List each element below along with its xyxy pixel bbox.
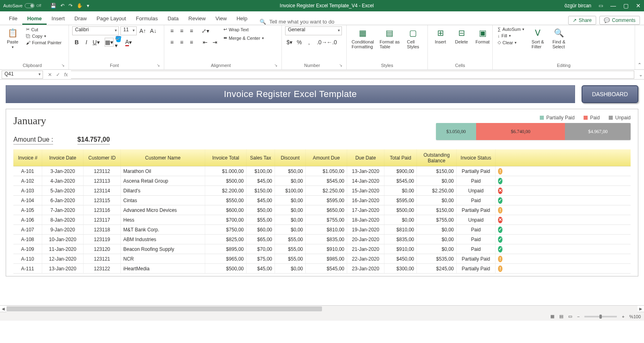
tab-draw[interactable]: Draw <box>70 13 92 25</box>
enter-formula-icon[interactable]: ✓ <box>56 72 60 78</box>
formula-input[interactable] <box>71 71 634 79</box>
increase-decimal-icon[interactable]: .0→ <box>318 38 326 47</box>
header-customer-id[interactable]: Customer ID <box>83 149 120 166</box>
ribbon-display-icon[interactable]: ▭ <box>599 3 603 9</box>
tab-formulas[interactable]: Formulas <box>131 13 163 25</box>
undo-icon[interactable]: ↶ <box>60 3 64 9</box>
align-bottom-icon[interactable]: ≡ <box>187 26 196 35</box>
tab-file[interactable]: File <box>4 13 22 25</box>
align-center-icon[interactable]: ≡ <box>177 38 186 47</box>
header-sales-tax[interactable]: Sales Tax <box>246 149 275 166</box>
worksheet-area[interactable]: Invoice Register Excel Template DASHBOAR… <box>0 80 644 305</box>
header-outstanding-balance[interactable]: Outstanding Balance <box>416 149 456 166</box>
scroll-right-icon[interactable]: ► <box>638 306 644 312</box>
tab-data[interactable]: Data <box>163 13 183 25</box>
find-select-button[interactable]: 🔍Find & Select <box>550 26 568 50</box>
table-row[interactable]: A-11113-Jan-2020123122iHeartMedia$500,00… <box>13 264 631 274</box>
bold-icon[interactable]: B <box>72 38 81 47</box>
header-amount-due[interactable]: Amount Due <box>305 149 347 166</box>
table-row[interactable]: A-1057-Jan-2020123116Advanced Micro Devi… <box>13 205 631 215</box>
number-format-select[interactable]: General <box>285 26 342 35</box>
tab-insert[interactable]: Insert <box>47 13 70 25</box>
scroll-thumb[interactable] <box>6 306 322 311</box>
dashboard-button[interactable]: DASHBOARD <box>582 85 638 103</box>
percent-icon[interactable]: % <box>295 38 304 47</box>
header-invoice-[interactable]: Invoice # <box>13 149 42 166</box>
page-layout-view-icon[interactable]: ▤ <box>557 314 566 319</box>
normal-view-icon[interactable]: ▦ <box>548 314 557 319</box>
merge-center-button[interactable]: ⬌Merge & Center▾ <box>222 35 266 41</box>
redo-icon[interactable]: ↷ <box>69 3 73 9</box>
fx-icon[interactable]: fx <box>64 72 68 78</box>
table-row[interactable]: A-1013-Jan-2020123112Marathon Oil$1.000,… <box>13 166 631 176</box>
table-row[interactable]: A-1068-Jan-2020123117Hess$700,00$55,00$0… <box>13 215 631 225</box>
table-row[interactable]: A-1035-Jan-2020123114Dillard's$2.200,00$… <box>13 186 631 196</box>
borders-icon[interactable]: ▦▾ <box>105 38 114 47</box>
touch-mode-icon[interactable]: ✋ <box>77 3 83 9</box>
header-due-date[interactable]: Due Date <box>347 149 384 166</box>
zoom-slider[interactable] <box>584 316 617 317</box>
font-size-select[interactable]: 11 <box>120 26 137 35</box>
tab-page-layout[interactable]: Page Layout <box>92 13 131 25</box>
header-invoice-status[interactable]: Invoice Status <box>456 149 495 166</box>
autosum-button[interactable]: ∑AutoSum▾ <box>496 26 526 32</box>
horizontal-scrollbar[interactable]: ◄ ► <box>0 305 644 312</box>
zoom-level[interactable]: %100 <box>629 314 641 319</box>
fill-button[interactable]: ↓Fill▾ <box>496 33 526 39</box>
format-cells-button[interactable]: ▣Format <box>473 26 492 45</box>
user-name[interactable]: özgür bircan <box>565 3 591 9</box>
header-invoice-date[interactable]: Invoice Date <box>42 149 83 166</box>
align-top-icon[interactable]: ≡ <box>167 26 176 35</box>
close-icon[interactable]: ✕ <box>636 2 641 9</box>
header-total-paid[interactable]: Total Paid <box>384 149 416 166</box>
header-invoice-total[interactable]: Invoice Total <box>205 149 246 166</box>
sort-filter-button[interactable]: ᐯSort & Filter <box>528 26 547 50</box>
cancel-formula-icon[interactable]: ✕ <box>48 72 52 78</box>
table-row[interactable]: A-1024-Jan-2020123113Ascena Retail Group… <box>13 176 631 186</box>
tell-me[interactable]: 🔍 Tell me what you want to do <box>260 19 334 25</box>
table-row[interactable]: A-1079-Jan-2020123118M&T Bank Corp.$750,… <box>13 225 631 235</box>
comments-button[interactable]: 💬 Comments <box>599 16 640 25</box>
font-color-icon[interactable]: A▾ <box>124 38 133 47</box>
alignment-launcher-icon[interactable]: ↘ <box>274 63 277 67</box>
format-painter-button[interactable]: 🖌Format Painter <box>24 40 63 45</box>
align-middle-icon[interactable]: ≡ <box>177 26 186 35</box>
wrap-text-button[interactable]: ↩Wrap Text <box>222 26 266 32</box>
qat-customize-icon[interactable]: ▾ <box>87 3 89 9</box>
increase-indent-icon[interactable]: ⇥ <box>210 38 219 47</box>
collapse-ribbon-icon[interactable]: ⌃ <box>635 25 644 69</box>
delete-cells-button[interactable]: ⊟Delete <box>452 26 471 45</box>
table-row[interactable]: A-1046-Jan-2020123115Cintas$550,00$45,00… <box>13 196 631 205</box>
header-discount[interactable]: Discount <box>275 149 305 166</box>
clear-button[interactable]: ◇Clear▾ <box>496 39 526 45</box>
minimize-icon[interactable]: — <box>610 2 616 9</box>
expand-formula-bar-icon[interactable]: ⌄ <box>638 72 644 78</box>
maximize-icon[interactable]: ▢ <box>623 2 629 9</box>
save-icon[interactable]: 💾 <box>50 3 56 9</box>
tab-review[interactable]: Review <box>184 13 211 25</box>
conditional-formatting-button[interactable]: ▦Conditional Formatting <box>350 26 376 50</box>
accounting-icon[interactable]: $▾ <box>285 38 294 47</box>
tab-help[interactable]: Help <box>232 13 252 25</box>
decrease-decimal-icon[interactable]: ←.0 <box>327 38 336 47</box>
insert-cells-button[interactable]: ⊞Insert <box>431 26 450 45</box>
table-row[interactable]: A-10911-Jan-2020123120Beacon Roofing Sup… <box>13 244 631 254</box>
page-break-view-icon[interactable]: ▭ <box>566 314 575 319</box>
header-customer-name[interactable]: Customer Name <box>120 149 205 166</box>
paste-button[interactable]: 📋 Paste ▾ <box>3 26 22 50</box>
align-left-icon[interactable]: ≡ <box>167 38 176 47</box>
fill-color-icon[interactable]: 🪣▾ <box>114 38 123 47</box>
copy-button[interactable]: ⿻Copy▾ <box>24 33 63 39</box>
number-launcher-icon[interactable]: ↘ <box>339 63 342 67</box>
underline-icon[interactable]: U▾ <box>92 38 101 47</box>
share-button[interactable]: ↗ Share <box>568 16 596 25</box>
comma-icon[interactable]: , <box>305 38 313 47</box>
cell-styles-button[interactable]: ▢Cell Styles <box>404 26 423 50</box>
zoom-out-icon[interactable]: − <box>575 314 582 319</box>
tab-home[interactable]: Home <box>22 13 47 25</box>
autosave-toggle[interactable]: AutoSave Off <box>3 3 41 8</box>
name-box[interactable]: Q41 <box>2 71 43 79</box>
scroll-left-icon[interactable]: ◄ <box>0 306 6 312</box>
table-row[interactable]: A-11012-Jan-2020123121NCR$965,00$75,00$5… <box>13 254 631 264</box>
table-row[interactable]: A-10810-Jan-2020123119ABM Industries$825… <box>13 235 631 244</box>
